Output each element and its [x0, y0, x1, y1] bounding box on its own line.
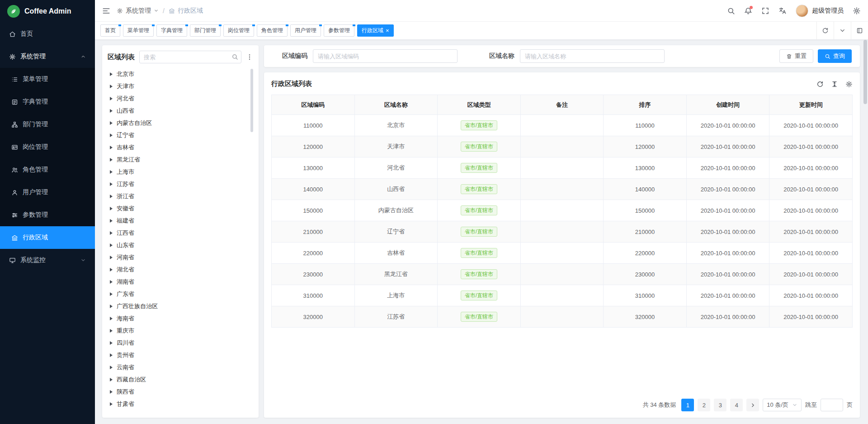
caret-right-icon[interactable] — [110, 402, 113, 406]
settings-gear-icon[interactable] — [853, 7, 861, 15]
region-tree[interactable]: 北京市天津市河北省山西省内蒙古自治区辽宁省吉林省黑龙江省上海市江苏省浙江省安徽省… — [108, 67, 253, 412]
caret-right-icon[interactable] — [110, 390, 113, 394]
table-row[interactable]: 220000吉林省省市/直辖市2200002020-10-01 00:00:00… — [272, 243, 853, 264]
tree-item[interactable]: 河南省 — [108, 251, 253, 263]
tab-dept[interactable]: 部门管理 — [190, 24, 221, 37]
caret-right-icon[interactable] — [110, 97, 113, 100]
search-icon[interactable] — [727, 7, 735, 15]
tree-item[interactable]: 辽宁省 — [108, 129, 253, 141]
reset-button[interactable]: 重置 — [779, 49, 813, 63]
sidebar-item-dict[interactable]: 字典管理 — [0, 91, 95, 113]
region-name-input[interactable] — [520, 49, 665, 63]
table-row[interactable]: 310000上海市省市/直辖市3100002020-10-01 00:00:00… — [272, 285, 853, 306]
tree-item[interactable]: 内蒙古自治区 — [108, 117, 253, 129]
caret-right-icon[interactable] — [110, 133, 113, 137]
refresh-tab-button[interactable] — [816, 22, 834, 40]
caret-right-icon[interactable] — [110, 280, 113, 284]
tree-item[interactable]: 山东省 — [108, 239, 253, 251]
caret-right-icon[interactable] — [110, 366, 113, 369]
caret-right-icon[interactable] — [110, 378, 113, 381]
page-button-2[interactable]: 2 — [698, 399, 710, 411]
tree-item[interactable]: 山西省 — [108, 105, 253, 117]
sidebar-item-monitor[interactable]: 系统监控 — [0, 249, 95, 272]
table-row[interactable]: 230000黑龙江省省市/直辖市2300002020-10-01 00:00:0… — [272, 264, 853, 285]
caret-right-icon[interactable] — [110, 170, 113, 174]
tree-item[interactable]: 黑龙江省 — [108, 153, 253, 166]
table-row[interactable]: 110000北京市省市/直辖市1100002020-10-01 00:00:00… — [272, 115, 853, 136]
tree-item[interactable]: 吉林省 — [108, 141, 253, 153]
caret-right-icon[interactable] — [110, 72, 113, 76]
page-button-3[interactable]: 3 — [714, 399, 726, 411]
caret-right-icon[interactable] — [110, 182, 113, 186]
column-height-icon[interactable] — [831, 81, 838, 88]
caret-right-icon[interactable] — [110, 256, 113, 259]
caret-right-icon[interactable] — [110, 146, 113, 149]
tree-item[interactable]: 河北省 — [108, 92, 253, 105]
more-options-icon[interactable] — [246, 53, 253, 61]
page-button-4[interactable]: 4 — [730, 399, 743, 411]
sidebar-item-home[interactable]: 首页 — [0, 23, 95, 45]
tab-region[interactable]: 行政区域× — [357, 24, 394, 37]
page-size-select[interactable]: 10 条/页 — [763, 399, 802, 411]
sidebar-item-param[interactable]: 参数管理 — [0, 204, 95, 226]
tree-item[interactable]: 福建省 — [108, 214, 253, 227]
caret-right-icon[interactable] — [110, 317, 113, 320]
tree-item[interactable]: 西藏自治区 — [108, 373, 253, 386]
tree-item[interactable]: 天津市 — [108, 80, 253, 92]
sidebar-item-menu[interactable]: 菜单管理 — [0, 68, 95, 91]
tab-options-button[interactable] — [834, 22, 851, 40]
sidebar-item-region[interactable]: 行政区域 — [0, 226, 95, 249]
tree-item[interactable]: 江苏省 — [108, 178, 253, 190]
caret-right-icon[interactable] — [110, 353, 113, 357]
user-menu[interactable]: 超级管理员 — [796, 5, 844, 17]
sidebar-item-user[interactable]: 用户管理 — [0, 181, 95, 204]
tree-item[interactable]: 贵州省 — [108, 349, 253, 361]
caret-right-icon[interactable] — [110, 121, 113, 125]
tree-item[interactable]: 青海省 — [108, 410, 253, 412]
content-expand-button[interactable] — [851, 22, 868, 40]
caret-right-icon[interactable] — [110, 158, 113, 162]
tree-item[interactable]: 甘肃省 — [108, 398, 253, 410]
refresh-icon[interactable] — [816, 81, 824, 88]
tab-param[interactable]: 参数管理 — [324, 24, 354, 37]
table-row[interactable]: 120000天津市省市/直辖市1200002020-10-01 00:00:00… — [272, 136, 853, 157]
caret-right-icon[interactable] — [110, 109, 113, 113]
region-code-input[interactable] — [313, 49, 458, 63]
tree-item[interactable]: 四川省 — [108, 337, 253, 349]
page-button-1[interactable]: 1 — [681, 399, 694, 411]
table-row[interactable]: 150000内蒙古自治区省市/直辖市1500002020-10-01 00:00… — [272, 200, 853, 221]
tab-post[interactable]: 岗位管理 — [223, 24, 254, 37]
query-button[interactable]: 查询 — [818, 49, 852, 63]
caret-right-icon[interactable] — [110, 219, 113, 223]
sidebar-item-role[interactable]: 角色管理 — [0, 158, 95, 181]
breadcrumb-parent[interactable]: 系统管理 — [117, 7, 159, 15]
tab-menu[interactable]: 菜单管理 — [123, 24, 154, 37]
tree-item[interactable]: 海南省 — [108, 312, 253, 324]
caret-right-icon[interactable] — [110, 231, 113, 235]
hamburger-icon[interactable] — [102, 7, 110, 15]
window-scrollbar[interactable] — [863, 40, 867, 104]
tab-role[interactable]: 角色管理 — [257, 24, 288, 37]
table-row[interactable]: 210000辽宁省省市/直辖市2100002020-10-01 00:00:00… — [272, 221, 853, 243]
sidebar-item-dept[interactable]: 部门管理 — [0, 113, 95, 136]
table-row[interactable]: 130000河北省省市/直辖市1300002020-10-01 00:00:00… — [272, 157, 853, 179]
tree-search-input[interactable] — [139, 51, 241, 63]
table-row[interactable]: 140000山西省省市/直辖市1400002020-10-01 00:00:00… — [272, 179, 853, 200]
tab-user[interactable]: 用户管理 — [290, 24, 321, 37]
caret-right-icon[interactable] — [110, 195, 113, 198]
caret-right-icon[interactable] — [110, 341, 113, 345]
tree-item[interactable]: 广东省 — [108, 288, 253, 300]
sidebar-item-post[interactable]: 岗位管理 — [0, 136, 95, 158]
tree-item[interactable]: 北京市 — [108, 68, 253, 80]
caret-right-icon[interactable] — [110, 329, 113, 333]
tree-scrollbar[interactable] — [250, 69, 253, 132]
tree-item[interactable]: 上海市 — [108, 166, 253, 178]
caret-right-icon[interactable] — [110, 85, 113, 88]
close-icon[interactable]: × — [386, 28, 389, 33]
notifications-bell-icon[interactable] — [744, 7, 752, 15]
tree-item[interactable]: 陕西省 — [108, 386, 253, 398]
column-settings-gear-icon[interactable] — [845, 81, 853, 88]
caret-right-icon[interactable] — [110, 305, 113, 308]
tab-dict[interactable]: 字典管理 — [156, 24, 187, 37]
tree-item[interactable]: 江西省 — [108, 227, 253, 239]
